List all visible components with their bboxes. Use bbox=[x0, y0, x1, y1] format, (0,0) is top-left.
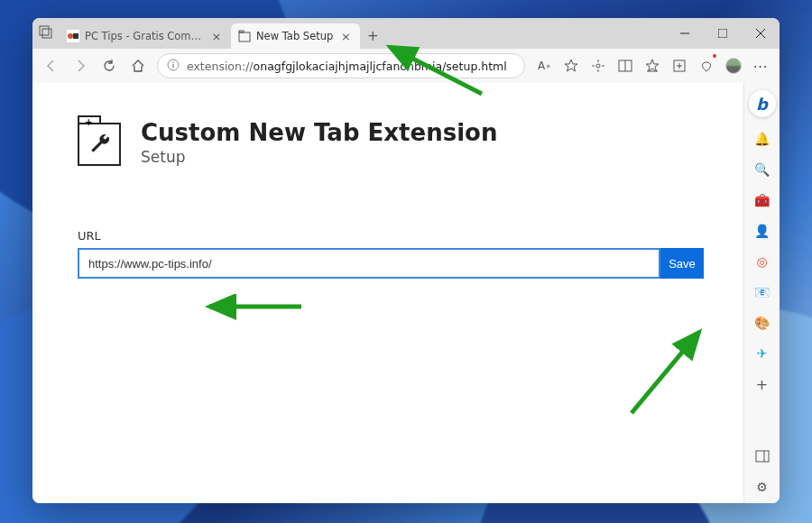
read-aloud-button[interactable]: A» bbox=[531, 52, 558, 79]
extension-logo-icon: + bbox=[78, 123, 121, 166]
outlook-icon[interactable]: 📧 bbox=[753, 283, 771, 301]
more-button[interactable]: ⋯ bbox=[747, 52, 774, 79]
url-input[interactable] bbox=[78, 248, 660, 279]
bing-icon: b bbox=[753, 95, 771, 113]
sidebar-settings-button[interactable]: ⚙ bbox=[753, 478, 771, 496]
bing-button[interactable]: b bbox=[749, 90, 776, 117]
url-form: URL Save bbox=[78, 229, 704, 279]
back-button[interactable] bbox=[38, 52, 65, 79]
tab-inactive[interactable]: PC Tips - Gratis Computer Tips… × bbox=[60, 23, 231, 49]
close-icon[interactable]: × bbox=[338, 30, 353, 43]
page-subtitle: Setup bbox=[141, 148, 497, 166]
favorites-button[interactable] bbox=[639, 52, 666, 79]
collections-button[interactable] bbox=[666, 52, 693, 79]
refresh-button[interactable] bbox=[96, 52, 123, 79]
reader-label: A bbox=[538, 60, 545, 72]
svg-rect-0 bbox=[40, 26, 49, 35]
notification-dot bbox=[713, 54, 716, 58]
maximize-button[interactable] bbox=[704, 18, 742, 49]
edge-sidebar: b 🔔 🔍 🧰 👤 ◎ 📧 🎨 ✈ + ⚙ bbox=[743, 83, 780, 503]
omnibox[interactable]: extension://onagfgjlokaciajhjmajljcfanon… bbox=[157, 53, 525, 78]
extensions-puzzle-button[interactable] bbox=[585, 52, 612, 79]
tools-icon[interactable]: 🧰 bbox=[753, 191, 771, 209]
svg-rect-7 bbox=[718, 29, 727, 38]
add-sidebar-button[interactable]: + bbox=[753, 375, 771, 393]
tab-title: New Tab Setup bbox=[256, 30, 333, 42]
hide-sidebar-button[interactable] bbox=[753, 447, 771, 465]
split-screen-button[interactable] bbox=[612, 52, 639, 79]
tab-active[interactable]: New Tab Setup × bbox=[231, 23, 360, 49]
notifications-icon[interactable]: 🔔 bbox=[753, 130, 771, 148]
site-info-icon[interactable] bbox=[167, 59, 180, 74]
new-tab-button[interactable]: + bbox=[360, 23, 385, 49]
extension-favicon bbox=[238, 30, 251, 42]
tab-actions-button[interactable] bbox=[32, 18, 60, 45]
drop-icon[interactable]: ✈ bbox=[753, 344, 771, 362]
reader-sup: » bbox=[546, 62, 550, 70]
browser-essentials-button[interactable] bbox=[693, 52, 720, 79]
url-field-label: URL bbox=[78, 229, 704, 243]
svg-rect-12 bbox=[172, 61, 173, 62]
forward-button[interactable] bbox=[67, 52, 94, 79]
games-icon[interactable]: 👤 bbox=[753, 222, 771, 240]
svg-rect-3 bbox=[73, 33, 78, 39]
save-button[interactable]: Save bbox=[660, 248, 704, 279]
page-title: Custom New Tab Extension bbox=[141, 119, 497, 146]
image-creator-icon[interactable]: 🎨 bbox=[753, 314, 771, 332]
page-content: + Custom New Tab Extension Setup URL Sav… bbox=[32, 83, 743, 503]
close-window-button[interactable] bbox=[742, 18, 780, 49]
avatar bbox=[725, 58, 742, 74]
url-text: extension://onagfgjlokaciajhjmajljcfanon… bbox=[187, 60, 507, 73]
svg-rect-11 bbox=[172, 64, 173, 68]
tab-title: PC Tips - Gratis Computer Tips… bbox=[85, 30, 204, 42]
office-icon[interactable]: ◎ bbox=[753, 252, 771, 271]
close-icon[interactable]: × bbox=[209, 30, 224, 43]
window-controls bbox=[666, 18, 780, 49]
minimize-button[interactable] bbox=[666, 18, 704, 49]
tab-strip: PC Tips - Gratis Computer Tips… × New Ta… bbox=[32, 18, 780, 49]
address-bar: extension://onagfgjlokaciajhjmajljcfanon… bbox=[32, 49, 780, 83]
svg-point-2 bbox=[68, 33, 73, 39]
browser-window: PC Tips - Gratis Computer Tips… × New Ta… bbox=[32, 18, 780, 503]
profile-button[interactable] bbox=[720, 52, 747, 79]
svg-point-13 bbox=[596, 64, 600, 68]
favorite-star-button[interactable] bbox=[558, 52, 585, 79]
search-icon[interactable]: 🔍 bbox=[753, 161, 771, 179]
svg-rect-20 bbox=[756, 451, 769, 462]
home-button[interactable] bbox=[125, 52, 152, 79]
pc-tips-favicon bbox=[67, 30, 79, 42]
svg-rect-5 bbox=[239, 31, 244, 32]
svg-rect-1 bbox=[42, 29, 51, 38]
svg-rect-4 bbox=[239, 32, 250, 41]
